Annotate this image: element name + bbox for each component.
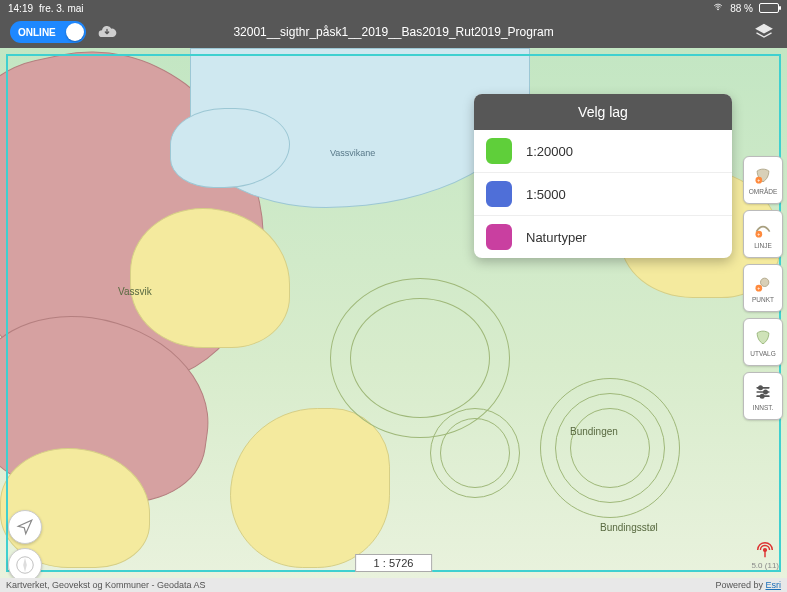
layer-swatch: [486, 181, 512, 207]
device-status-bar: 14:19 fre. 3. mai 88 %: [0, 0, 787, 16]
layer-item-20000[interactable]: 1:20000: [474, 130, 732, 173]
layer-item-label: 1:20000: [526, 144, 573, 159]
contour-line: [570, 408, 650, 488]
precision-value: 5.0 (11): [751, 561, 779, 570]
tool-label: OMRÅDE: [749, 188, 778, 195]
tool-punkt[interactable]: + PUNKT: [743, 264, 783, 312]
layer-item-label: 1:5000: [526, 187, 566, 202]
layer-item-naturtyper[interactable]: Naturtyper: [474, 216, 732, 258]
svg-point-11: [764, 390, 767, 393]
map-region: [130, 208, 290, 348]
map-scale: 1 : 5726: [355, 554, 433, 572]
tool-label: UTVALG: [750, 350, 776, 357]
online-toggle[interactable]: ONLINE: [10, 21, 86, 43]
svg-point-5: [761, 278, 769, 286]
online-toggle-label: ONLINE: [18, 27, 56, 38]
status-time: 14:19: [8, 3, 33, 14]
attribution-right: Powered by Esri: [715, 580, 781, 590]
layer-swatch: [486, 224, 512, 250]
toggle-knob: [66, 23, 84, 41]
battery-percent: 88 %: [730, 3, 753, 14]
layer-panel-title: Velg lag: [474, 94, 732, 130]
svg-text:+: +: [757, 176, 760, 182]
tool-label: LINJE: [754, 242, 772, 249]
map-canvas[interactable]: Vassvikane Vassvik Bundingen Bundingsstø…: [0, 48, 787, 578]
layer-item-label: Naturtyper: [526, 230, 587, 245]
place-label-bundingsstol: Bundingsstøl: [600, 522, 658, 533]
contour-line: [350, 298, 490, 418]
layers-button[interactable]: [751, 21, 777, 43]
side-toolbar: + OMRÅDE + LINJE + PUNKT UTVALG INNST.: [743, 156, 783, 420]
gps-precision[interactable]: 5.0 (11): [751, 539, 779, 570]
locate-button[interactable]: [8, 510, 42, 544]
project-title: 32001__sigthr_påsk1__2019__Bas2019_Rut20…: [233, 25, 553, 39]
tool-label: PUNKT: [752, 296, 774, 303]
svg-text:+: +: [757, 284, 760, 290]
lake-label: Vassvikane: [330, 148, 375, 158]
layer-selector-panel: Velg lag 1:20000 1:5000 Naturtyper: [474, 94, 732, 258]
layer-item-5000[interactable]: 1:5000: [474, 173, 732, 216]
tool-utvalg[interactable]: UTVALG: [743, 318, 783, 366]
map-region: [230, 408, 390, 568]
svg-text:+: +: [757, 230, 760, 236]
cloud-download-button[interactable]: [94, 21, 120, 43]
tool-innst[interactable]: INNST.: [743, 372, 783, 420]
wifi-icon: [712, 2, 724, 14]
svg-point-0: [718, 9, 719, 10]
tool-omrade[interactable]: + OMRÅDE: [743, 156, 783, 204]
attribution-left: Kartverket, Geovekst og Kommuner - Geoda…: [6, 580, 206, 590]
attribution-bar: Kartverket, Geovekst og Kommuner - Geoda…: [0, 578, 787, 592]
battery-icon: [759, 3, 779, 13]
svg-point-9: [759, 386, 762, 389]
svg-point-13: [761, 394, 764, 397]
status-date: fre. 3. mai: [39, 3, 83, 14]
tool-label: INNST.: [753, 404, 774, 411]
tool-linje[interactable]: + LINJE: [743, 210, 783, 258]
place-label-vassvik: Vassvik: [118, 286, 152, 297]
place-label-bundingen: Bundingen: [570, 426, 618, 437]
app-header: ONLINE 32001__sigthr_påsk1__2019__Bas201…: [0, 16, 787, 48]
compass-dial[interactable]: [8, 548, 42, 578]
layer-swatch: [486, 138, 512, 164]
esri-link[interactable]: Esri: [766, 580, 782, 590]
